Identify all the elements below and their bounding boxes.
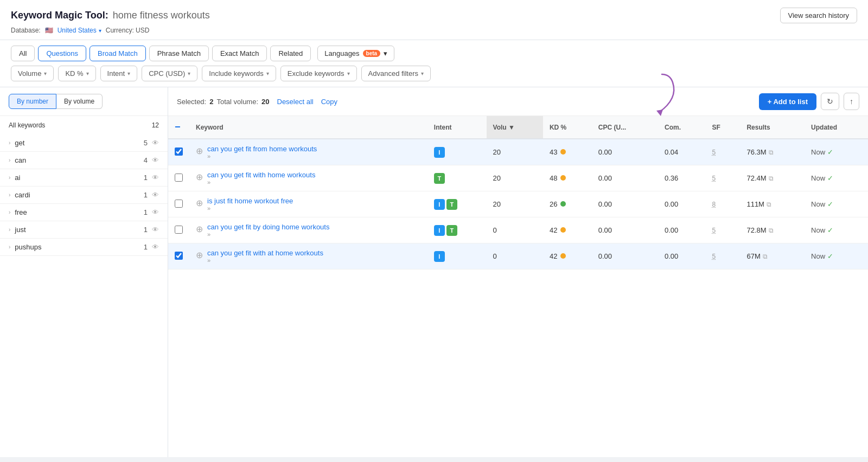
deselect-all-link[interactable]: Deselect all <box>277 98 314 106</box>
chevron-down-icon: ▾ <box>347 70 350 76</box>
list-item[interactable]: › free 1 👁 <box>0 204 168 221</box>
eye-icon[interactable]: 👁 <box>152 139 159 147</box>
volume-label: Total volume: <box>216 98 258 106</box>
chevron-right-icon: › <box>9 209 10 215</box>
keyword-text: is just fit home workout free <box>207 197 293 205</box>
kd-difficulty-dot <box>560 201 566 207</box>
intent-column-header[interactable]: Intent <box>427 116 487 139</box>
table-area: Selected: 2 Total volume: 20 Deselect al… <box>168 87 868 457</box>
kd-dropdown[interactable]: KD % ▾ <box>58 66 95 81</box>
keyword-arrows-icon: » <box>207 257 323 264</box>
copy-icon[interactable]: ⧉ <box>767 201 771 208</box>
list-item[interactable]: › get 5 👁 <box>0 134 168 152</box>
tab-questions[interactable]: Questions <box>38 46 86 61</box>
chevron-right-icon: › <box>9 175 10 181</box>
eye-icon[interactable]: 👁 <box>152 191 159 199</box>
row-checkbox[interactable] <box>175 226 183 234</box>
sidebar-count: 1 <box>144 226 148 234</box>
keyword-link[interactable]: can you get fit from home workouts » <box>207 145 317 159</box>
com-column-header[interactable]: Com. <box>658 116 706 139</box>
volume-column-header[interactable]: Volu ▼ <box>487 116 543 139</box>
row-checkbox-cell <box>168 139 189 165</box>
add-circle-icon[interactable]: ⊕ <box>196 224 203 234</box>
copy-icon[interactable]: ⧉ <box>769 175 774 182</box>
sort-by-number-button[interactable]: By number <box>9 94 56 109</box>
refresh-button[interactable]: ↻ <box>821 93 839 110</box>
sort-by-volume-button[interactable]: By volume <box>56 94 103 109</box>
sidebar-keyword: pushups <box>15 243 41 251</box>
sidebar-keyword-count: 12 <box>152 121 159 129</box>
eye-icon[interactable]: 👁 <box>152 208 159 216</box>
list-item[interactable]: › just 1 👁 <box>0 221 168 239</box>
add-circle-icon[interactable]: ⊕ <box>196 250 203 260</box>
list-item[interactable]: › ai 1 👁 <box>0 169 168 187</box>
country-link[interactable]: United States ▾ <box>58 27 101 34</box>
keyword-column-header[interactable]: Keyword <box>189 116 427 139</box>
tab-broad-match[interactable]: Broad Match <box>90 46 146 61</box>
list-item[interactable]: › pushups 1 👁 <box>0 239 168 256</box>
keyword-link[interactable]: is just fit home workout free » <box>207 197 293 211</box>
keyword-link[interactable]: can you get fit by doing home workouts » <box>207 223 329 238</box>
row-checkbox[interactable] <box>175 174 183 182</box>
eye-icon[interactable]: 👁 <box>152 156 159 164</box>
results-column-header[interactable]: Results <box>740 116 805 139</box>
intent-badge: I <box>434 147 445 158</box>
sf-column-header[interactable]: SF <box>706 116 741 139</box>
eye-icon[interactable]: 👁 <box>152 174 159 182</box>
results-value: 111M <box>746 200 764 208</box>
row-checkbox[interactable] <box>175 200 183 208</box>
tab-phrase-match[interactable]: Phrase Match <box>149 46 209 61</box>
add-circle-icon[interactable]: ⊕ <box>196 172 203 182</box>
chevron-right-icon: › <box>9 227 10 233</box>
chevron-down-icon: ▾ <box>266 70 269 76</box>
add-to-list-button[interactable]: + Add to list <box>759 93 816 110</box>
cpc-cell: 0.00 <box>592 139 658 165</box>
com-cell: 0.04 <box>658 139 706 165</box>
copy-link[interactable]: Copy <box>321 98 337 106</box>
updated-column-header[interactable]: Updated <box>805 116 868 139</box>
view-history-button[interactable]: View search history <box>780 8 857 23</box>
intent-dropdown[interactable]: Intent ▾ <box>100 66 138 81</box>
export-button[interactable]: ↑ <box>844 93 859 110</box>
tab-all[interactable]: All <box>11 46 35 61</box>
keyword-cell: ⊕ can you get fit from home workouts » <box>189 139 427 165</box>
tab-related[interactable]: Related <box>270 46 311 61</box>
add-circle-icon[interactable]: ⊕ <box>196 198 203 208</box>
results-cell: 111M⧉ <box>740 191 805 217</box>
intent-cell: IT <box>427 191 487 217</box>
eye-icon[interactable]: 👁 <box>152 226 159 234</box>
copy-icon[interactable]: ⧉ <box>763 253 768 260</box>
eye-icon[interactable]: 👁 <box>152 243 159 251</box>
include-keywords-dropdown[interactable]: Include keywords ▾ <box>202 66 276 81</box>
list-item[interactable]: › cardi 1 👁 <box>0 187 168 204</box>
updated-cell: Now✓ <box>805 139 868 165</box>
copy-icon[interactable]: ⧉ <box>769 149 774 156</box>
exclude-keywords-dropdown[interactable]: Exclude keywords ▾ <box>280 66 357 81</box>
sidebar-keyword: just <box>15 226 25 234</box>
volume-cell: 20 <box>487 191 543 217</box>
sf-value: 5 <box>712 253 716 260</box>
row-checkbox[interactable] <box>175 147 183 156</box>
keyword-link[interactable]: can you get fit with home workouts » <box>207 171 315 185</box>
sf-value: 5 <box>712 175 716 182</box>
tab-exact-match[interactable]: Exact Match <box>212 46 267 61</box>
list-item[interactable]: › can 4 👁 <box>0 152 168 169</box>
kd-value: 43 <box>550 148 557 156</box>
intent-badge: I <box>434 199 445 210</box>
check-icon: ✓ <box>827 226 833 234</box>
kd-cell: 42 <box>543 243 592 270</box>
row-checkbox[interactable] <box>175 252 183 260</box>
cpc-dropdown[interactable]: CPC (USD) ▾ <box>142 66 197 81</box>
keyword-link[interactable]: can you get fit with at home workouts » <box>207 249 323 264</box>
results-value: 76.3M <box>746 148 766 156</box>
add-circle-icon[interactable]: ⊕ <box>196 146 203 156</box>
select-all-header[interactable]: − <box>168 116 189 139</box>
kd-column-header[interactable]: KD % <box>543 116 592 139</box>
table-row: ⊕ can you get fit by doing home workouts… <box>168 217 868 243</box>
cpc-column-header[interactable]: CPC (U... <box>592 116 658 139</box>
volume-dropdown[interactable]: Volume ▾ <box>11 66 54 81</box>
copy-icon[interactable]: ⧉ <box>769 227 774 234</box>
keyword-arrows-icon: » <box>207 205 293 211</box>
advanced-filters-dropdown[interactable]: Advanced filters ▾ <box>361 66 431 81</box>
languages-button[interactable]: Languages beta ▾ <box>317 46 394 61</box>
